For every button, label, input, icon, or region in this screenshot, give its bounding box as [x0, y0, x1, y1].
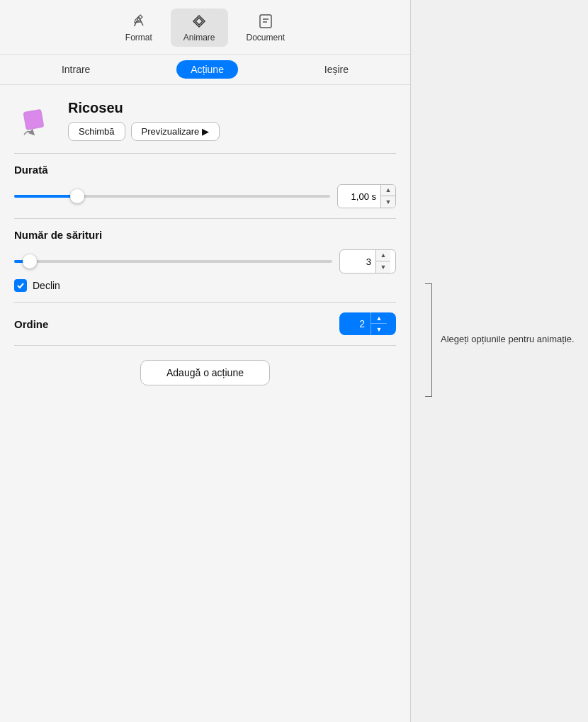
add-action-button[interactable]: Adaugă o acțiune: [140, 360, 270, 385]
play-icon: ▶: [202, 126, 209, 137]
animare-tab-button[interactable]: Animare: [171, 9, 228, 47]
svg-point-1: [134, 25, 135, 26]
preview-button[interactable]: Previzualizare ▶: [131, 122, 220, 141]
bounce-animation-icon: [14, 99, 57, 142]
durata-stepper: ▲ ▼: [337, 184, 396, 208]
declin-label: Declin: [33, 280, 60, 291]
ordine-stepper: ▲ ▼: [339, 312, 396, 335]
ordine-down-arrow[interactable]: ▼: [371, 324, 387, 335]
tab-actiune[interactable]: Acțiune: [176, 60, 238, 79]
svg-rect-8: [25, 111, 43, 128]
ordine-up-arrow[interactable]: ▲: [371, 312, 387, 324]
durata-slider[interactable]: [14, 195, 330, 198]
divider-3: [14, 302, 396, 303]
animare-icon: [191, 13, 208, 30]
document-label: Document: [247, 33, 285, 43]
svg-rect-4: [260, 15, 271, 28]
durata-input[interactable]: [338, 188, 380, 205]
durata-arrows: ▲ ▼: [380, 185, 395, 208]
animation-name: Ricoseu: [68, 100, 220, 116]
divider-1: [14, 153, 396, 154]
numar-sarituri-slider-row: ▲ ▼: [14, 249, 396, 273]
declin-checkbox[interactable]: [14, 279, 27, 292]
bracket: [425, 283, 432, 397]
ordine-row: Ordine ▲ ▼: [14, 312, 396, 335]
numar-sarituri-section: Număr de sărituri ▲ ▼: [14, 229, 396, 273]
format-icon: [130, 13, 147, 30]
change-button[interactable]: Schimbă: [68, 122, 125, 141]
numar-sarituri-stepper: ▲ ▼: [339, 249, 396, 273]
format-label: Format: [125, 33, 152, 43]
ordine-label: Ordine: [14, 318, 48, 330]
tab-iesire[interactable]: Ieșire: [310, 60, 363, 79]
numar-sarituri-label: Număr de sărituri: [14, 229, 396, 241]
numar-sarituri-up-arrow[interactable]: ▲: [376, 250, 390, 261]
divider-4: [14, 345, 396, 346]
durata-up-arrow[interactable]: ▲: [381, 185, 395, 196]
tab-intrare[interactable]: Intrare: [47, 60, 104, 79]
numar-sarituri-input[interactable]: [340, 254, 375, 270]
numar-sarituri-slider[interactable]: [14, 260, 332, 263]
divider-2: [14, 218, 396, 219]
document-icon: [257, 13, 274, 30]
content-area: Ricoseu Schimbă Previzualizare ▶ Durată: [0, 85, 410, 722]
checkmark-icon: [16, 281, 25, 290]
durata-slider-row: ▲ ▼: [14, 184, 396, 208]
declin-row: Declin: [14, 279, 396, 292]
animation-info: Ricoseu Schimbă Previzualizare ▶: [68, 100, 220, 141]
annotation-text: Alegeți opțiunile pentru animație.: [441, 298, 575, 346]
document-tab-button[interactable]: Document: [234, 9, 298, 47]
animation-header: Ricoseu Schimbă Previzualizare ▶: [14, 99, 396, 142]
ordine-input[interactable]: [339, 315, 371, 333]
durata-section: Durată ▲ ▼: [14, 164, 396, 208]
animare-label: Animare: [183, 33, 215, 43]
numar-sarituri-down-arrow[interactable]: ▼: [376, 261, 390, 273]
durata-label: Durată: [14, 164, 396, 176]
format-tab-button[interactable]: Format: [113, 9, 165, 47]
animation-action-buttons: Schimbă Previzualizare ▶: [68, 122, 220, 141]
ordine-arrows: ▲ ▼: [371, 312, 387, 335]
animation-tabs: Intrare Acțiune Ieșire: [0, 55, 410, 85]
numar-sarituri-arrows: ▲ ▼: [375, 250, 390, 273]
side-annotation: Alegeți opțiunile pentru animație.: [411, 0, 588, 722]
durata-down-arrow[interactable]: ▼: [381, 196, 395, 208]
toolbar: Format Animare Document: [0, 0, 410, 55]
